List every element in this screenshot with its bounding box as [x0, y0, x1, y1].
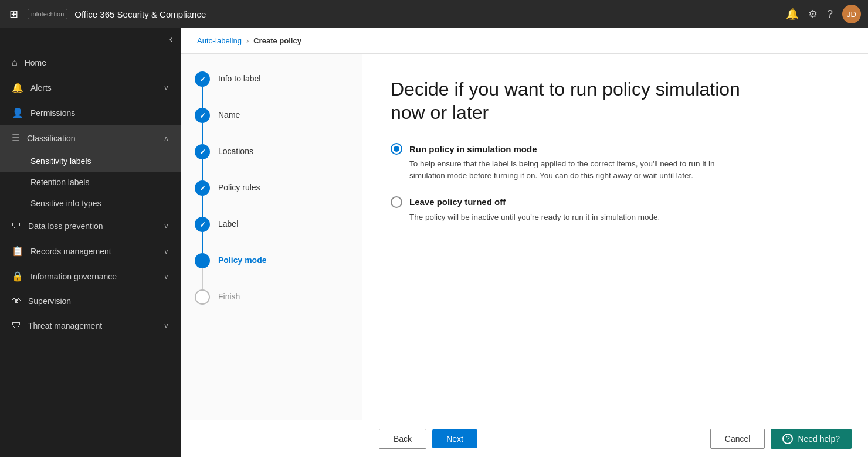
records-icon: 📋 — [12, 245, 23, 257]
sidebar-item-supervision[interactable]: 👁 Supervision — [0, 289, 181, 313]
step-connector — [195, 289, 210, 305]
step-label-inactive: Finish — [218, 289, 240, 301]
sidebar: ‹ ⌂ Home 🔔 Alerts ∨ 👤 Permissions ☰ Clas… — [0, 28, 181, 457]
supervision-icon: 👁 — [12, 296, 21, 306]
step-circle-completed: ✓ — [195, 217, 210, 232]
sensitivity-labels-label: Sensitivity labels — [30, 156, 91, 166]
collapse-button[interactable]: ‹ — [169, 34, 172, 45]
radio-option-label-leave-off: Leave policy turned off — [409, 197, 506, 207]
checkmark-icon: ✓ — [199, 184, 206, 193]
waffle-icon[interactable]: ⊞ — [7, 5, 21, 23]
sensitive-info-types-label: Sensitive info types — [30, 199, 101, 208]
sidebar-item-home[interactable]: ⌂ Home — [0, 50, 181, 75]
classification-icon: ☰ — [12, 132, 20, 144]
sidebar-item-sensitivity-labels[interactable]: Sensitivity labels — [0, 151, 181, 172]
step-connector: ✓ — [195, 180, 210, 217]
settings-icon[interactable]: ⚙ — [808, 8, 818, 21]
sidebar-item-label: Alerts — [30, 83, 157, 93]
radio-option-desc-simulation: To help ensure that the label is being a… — [409, 158, 750, 182]
classification-submenu: Sensitivity labels Retention labels Sens… — [0, 151, 181, 214]
step-connector: ✓ — [195, 71, 210, 108]
breadcrumb-current: Create policy — [253, 36, 301, 45]
sidebar-item-permissions[interactable]: 👤 Permissions — [0, 100, 181, 125]
step-name: ✓ Name — [195, 108, 348, 144]
radio-option-desc-leave-off: The policy will be inactive until you're… — [409, 212, 750, 223]
sidebar-item-label: Classification — [27, 134, 157, 143]
step-circle-completed: ✓ — [195, 108, 210, 123]
step-circle-completed: ✓ — [195, 180, 210, 196]
step-label: Policy rules — [218, 180, 260, 192]
cancel-button[interactable]: Cancel — [710, 429, 765, 449]
dlp-icon: 🛡 — [12, 221, 21, 231]
chevron-up-icon: ∧ — [164, 134, 169, 142]
step-circle-completed: ✓ — [195, 71, 210, 87]
step-line-inactive — [202, 268, 203, 289]
chevron-down-icon: ∨ — [164, 247, 169, 255]
chevron-down-icon: ∨ — [164, 222, 169, 230]
checkmark-icon: ✓ — [199, 75, 206, 84]
sidebar-item-classification[interactable]: ☰ Classification ∧ — [0, 125, 181, 151]
avatar[interactable]: JD — [842, 5, 861, 23]
step-connector: ✓ — [195, 217, 210, 253]
sidebar-item-label: Records management — [30, 247, 157, 256]
step-line — [202, 196, 203, 217]
step-circle-completed: ✓ — [195, 144, 210, 159]
step-line — [202, 123, 203, 144]
sidebar-item-label: Threat management — [28, 321, 157, 330]
sidebar-item-alerts[interactable]: 🔔 Alerts ∨ — [0, 75, 181, 100]
radio-button-leave-off[interactable] — [391, 196, 402, 208]
next-button[interactable]: Next — [432, 429, 477, 448]
step-label-step: ✓ Label — [195, 217, 348, 253]
sidebar-item-threat-management[interactable]: 🛡 Threat management ∨ — [0, 313, 181, 338]
help-icon[interactable]: ? — [827, 8, 833, 21]
sidebar-item-retention-labels[interactable]: Retention labels — [0, 172, 181, 193]
step-connector: ✓ — [195, 108, 210, 144]
sidebar-collapse[interactable]: ‹ — [0, 28, 181, 50]
step-circle-inactive — [195, 289, 210, 305]
radio-option-simulation[interactable]: Run policy in simulation mode To help en… — [391, 143, 840, 182]
wizard-body: ✓ Info to label ✓ Name — [181, 54, 868, 420]
radio-button-simulation[interactable] — [391, 143, 402, 155]
wizard-content: Decide if you want to run policy simulat… — [362, 54, 868, 420]
step-line — [202, 232, 203, 253]
topbar: ⊞ infotechtion Office 365 Security & Com… — [0, 0, 868, 28]
sidebar-item-label: Data loss prevention — [28, 221, 157, 231]
radio-label-row: Leave policy turned off — [391, 196, 840, 208]
sidebar-item-sensitive-info-types[interactable]: Sensitive info types — [0, 193, 181, 214]
step-finish: Finish — [195, 289, 348, 305]
sidebar-item-information-governance[interactable]: 🔒 Information governance ∨ — [0, 264, 181, 289]
chevron-down-icon: ∨ — [164, 272, 169, 281]
radio-label-row: Run policy in simulation mode — [391, 143, 840, 155]
step-info-to-label: ✓ Info to label — [195, 71, 348, 108]
notification-icon[interactable]: 🔔 — [786, 8, 799, 21]
help-button[interactable]: ? Need help? — [771, 429, 852, 449]
step-label: Name — [218, 108, 240, 120]
sidebar-item-label: Information governance — [30, 272, 157, 281]
step-label: Locations — [218, 144, 253, 156]
sidebar-item-data-loss-prevention[interactable]: 🛡 Data loss prevention ∨ — [0, 214, 181, 238]
step-label: Info to label — [218, 71, 260, 83]
company-logo: infotechtion — [28, 9, 67, 19]
home-icon: ⌂ — [12, 57, 18, 68]
breadcrumb-parent[interactable]: Auto-labeling — [197, 36, 242, 45]
content-area: Auto-labeling › Create policy ✓ Info to … — [181, 28, 868, 457]
step-line — [202, 159, 203, 180]
checkmark-icon: ✓ — [199, 220, 206, 229]
wizard-heading: Decide if you want to run policy simulat… — [391, 77, 772, 124]
chevron-down-icon: ∨ — [164, 322, 169, 330]
info-governance-icon: 🔒 — [12, 271, 23, 282]
permissions-icon: 👤 — [12, 107, 23, 118]
topbar-actions: 🔔 ⚙ ? JD — [786, 5, 861, 23]
step-label-active: Policy mode — [218, 253, 266, 265]
sidebar-item-label: Home — [25, 58, 169, 67]
step-circle-active — [195, 253, 210, 268]
help-label: Need help? — [798, 434, 840, 444]
back-button[interactable]: Back — [379, 429, 426, 449]
breadcrumb: Auto-labeling › Create policy — [181, 28, 868, 54]
main-layout: ‹ ⌂ Home 🔔 Alerts ∨ 👤 Permissions ☰ Clas… — [0, 28, 868, 457]
bottom-bar: Back Next Cancel ? Need help? — [181, 420, 868, 457]
step-locations: ✓ Locations — [195, 144, 348, 180]
radio-option-leave-off[interactable]: Leave policy turned off The policy will … — [391, 196, 840, 223]
sidebar-item-records-management[interactable]: 📋 Records management ∨ — [0, 238, 181, 264]
step-policy-rules: ✓ Policy rules — [195, 180, 348, 217]
